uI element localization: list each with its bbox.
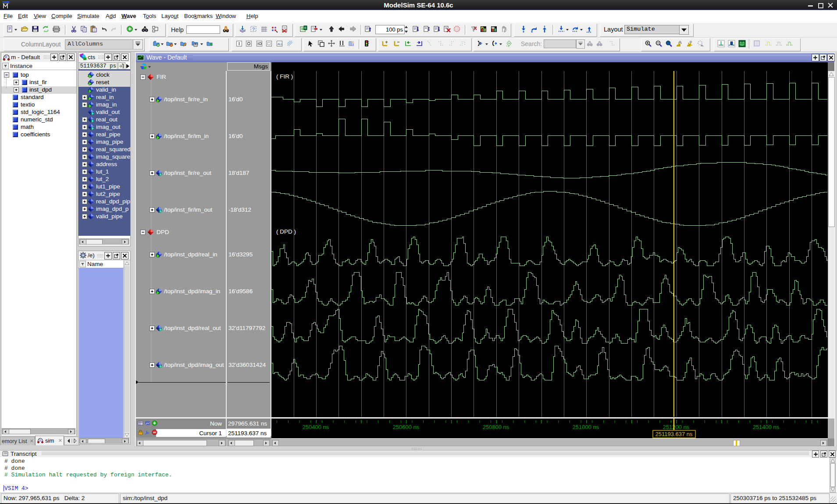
svg-text:( DPD ): ( DPD ) [276,228,296,235]
svg-text:251000 ns: 251000 ns [573,424,599,430]
svg-text:ALL: ALL [278,43,283,46]
svg-text:P: P [481,26,484,30]
svg-text:?: ? [252,27,255,32]
svg-text:( FIR ): ( FIR ) [276,73,293,80]
svg-text:250800 ns: 250800 ns [483,424,509,430]
svg-text:250400 ns: 250400 ns [303,424,329,430]
svg-text:251400 ns: 251400 ns [753,424,780,430]
svg-text:251200 ns: 251200 ns [663,424,690,430]
svg-text:250600 ns: 250600 ns [393,424,420,430]
svg-text:M: M [492,26,495,30]
svg-text:251193.637 ns: 251193.637 ns [655,431,693,437]
